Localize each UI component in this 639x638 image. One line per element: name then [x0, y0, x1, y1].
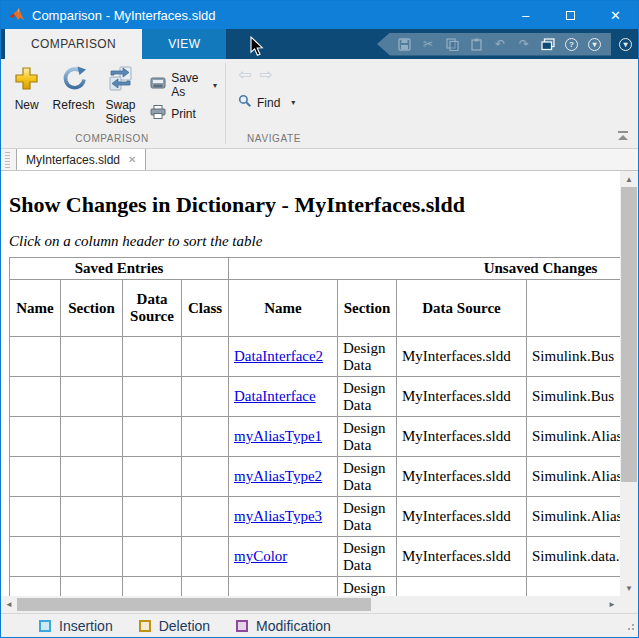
saved-cell [61, 417, 123, 457]
new-label: New [15, 99, 39, 113]
saved-cell [61, 577, 123, 597]
print-label: Print [171, 107, 196, 121]
minimize-button[interactable]: – [503, 1, 548, 29]
column-header[interactable]: Data Source [397, 280, 527, 337]
saved-entries-group-header[interactable]: Saved Entries [10, 258, 229, 280]
find-button[interactable]: Find ▾ [238, 94, 320, 111]
entry-link[interactable]: DataInterface2 [234, 348, 323, 364]
saved-cell [10, 417, 61, 457]
swap-sides-icon [107, 65, 134, 96]
saved-cell [182, 377, 229, 417]
matlab-logo-icon [9, 7, 25, 23]
column-header[interactable] [527, 280, 620, 337]
find-label: Find [257, 96, 280, 110]
title-bar: Comparison - MyInterfaces.sldd – ✕ [1, 1, 638, 29]
table-row: myAliasType1Design DataMyInterfaces.sldd… [10, 417, 621, 457]
refresh-button[interactable]: Refresh [48, 63, 99, 113]
diff-table-body: DataInterface2Design DataMyInterfaces.sl… [10, 337, 621, 597]
forward-icon[interactable]: ⇨ [259, 65, 272, 84]
scroll-left-icon[interactable]: ◄ [1, 596, 17, 613]
column-header[interactable]: Name [10, 280, 61, 337]
column-header[interactable]: Class [182, 280, 229, 337]
unsaved-data-source-cell: MyInterfaces.sldd [397, 457, 527, 497]
saved-cell [123, 497, 182, 537]
swap-sides-label: SwapSides [105, 99, 135, 127]
collapse-ribbon-icon [618, 131, 628, 133]
scroll-down-icon[interactable]: ▼ [620, 580, 638, 596]
swap-sides-button[interactable]: SwapSides [99, 63, 142, 127]
ribbon: New Refresh [1, 59, 638, 149]
entry-link[interactable]: myColor [234, 548, 287, 564]
document-tab[interactable]: MyInterfaces.sldd ✕ [16, 148, 146, 170]
collapse-ribbon-button[interactable] [618, 131, 628, 140]
saved-cell [123, 457, 182, 497]
close-button[interactable]: ✕ [593, 1, 638, 29]
legend-label: Deletion [159, 618, 210, 634]
unsaved-section-cell: Design Data [338, 497, 397, 537]
save-as-button[interactable]: Save As ▾ [150, 71, 217, 99]
sort-hint: Click on a column header to sort the tab… [9, 233, 620, 250]
unsaved-class-cell: Simulink.AliasType [527, 497, 620, 537]
quick-access-toolbar: ✂ ↶ ↷ ? ▾ [377, 33, 611, 56]
horizontal-scroll-thumb[interactable] [17, 598, 371, 611]
ribbon-options-icon[interactable]: ▾ [619, 38, 632, 51]
column-header[interactable]: Data Source [123, 280, 182, 337]
new-plus-icon [13, 65, 40, 96]
document-tab-bar: MyInterfaces.sldd ✕ [1, 149, 638, 171]
unsaved-changes-group-header[interactable]: Unsaved Changes [229, 258, 620, 280]
report-heading: Show Changes in Dictionary - MyInterface… [9, 192, 620, 218]
new-button[interactable]: New [5, 63, 48, 113]
undo-icon[interactable]: ↶ [493, 37, 507, 51]
tab-comparison[interactable]: COMPARISON [5, 29, 142, 59]
cut-icon[interactable]: ✂ [421, 37, 435, 51]
entry-link[interactable]: DataInterface [234, 388, 316, 404]
saved-cell [61, 497, 123, 537]
vertical-scrollbar[interactable]: ▲ ▼ [620, 171, 638, 596]
diff-table-head: Saved EntriesUnsaved ChangesNameSectionD… [10, 258, 621, 337]
saved-cell [123, 417, 182, 457]
print-button[interactable]: Print [150, 105, 217, 122]
refresh-label: Refresh [53, 99, 95, 113]
document-tab-close-icon[interactable]: ✕ [128, 154, 136, 165]
scroll-up-icon[interactable]: ▲ [620, 171, 638, 187]
save-as-label: Save As [171, 71, 208, 99]
unsaved-name-cell: DataInterface [229, 377, 338, 417]
paste-icon[interactable] [469, 37, 483, 51]
unsaved-section-cell: Design Data [338, 377, 397, 417]
entry-link[interactable]: myAliasType3 [234, 508, 322, 524]
unsaved-class-cell: Simulink.Bus [527, 337, 620, 377]
vertical-scroll-thumb[interactable] [621, 187, 637, 482]
status-bar: InsertionDeletionModification [1, 613, 638, 637]
save-icon[interactable] [397, 37, 411, 51]
entry-link[interactable]: myAliasType2 [234, 468, 322, 484]
column-header[interactable]: Section [338, 280, 397, 337]
saved-cell [10, 577, 61, 597]
maximize-button[interactable] [548, 1, 593, 29]
saved-cell [182, 457, 229, 497]
scroll-right-icon[interactable]: ► [604, 596, 620, 613]
tab-view[interactable]: VIEW [142, 29, 226, 59]
legend-label: Modification [256, 618, 331, 634]
entry-link[interactable]: myAliasType1 [234, 428, 322, 444]
saved-cell [61, 377, 123, 417]
copy-icon[interactable] [445, 37, 459, 51]
unsaved-data-source-cell: MyInterfaces.sldd [397, 377, 527, 417]
unsaved-name-cell: myAliasType1 [229, 417, 338, 457]
resize-grip-icon[interactable] [625, 617, 635, 635]
drag-grip-icon[interactable] [5, 152, 10, 168]
unsaved-section-cell: Design Data [338, 417, 397, 457]
horizontal-scrollbar[interactable]: ◄ ► [1, 596, 620, 613]
toolbar-options-icon[interactable]: ▾ [588, 38, 601, 51]
saved-cell [123, 537, 182, 577]
refresh-icon [60, 65, 87, 96]
help-icon[interactable]: ? [565, 38, 578, 51]
redo-icon[interactable]: ↷ [517, 37, 531, 51]
saved-cell [10, 337, 61, 377]
layout-windows-icon[interactable] [541, 37, 555, 51]
unsaved-class-cell: Simulink.data.dictionary.EnumTypeDefinit… [527, 537, 620, 577]
back-icon[interactable]: ⇦ [238, 65, 251, 84]
column-header[interactable]: Section [61, 280, 123, 337]
window-title: Comparison - MyInterfaces.sldd [32, 8, 216, 23]
group-comparison-label: COMPARISON [1, 133, 223, 148]
column-header[interactable]: Name [229, 280, 338, 337]
